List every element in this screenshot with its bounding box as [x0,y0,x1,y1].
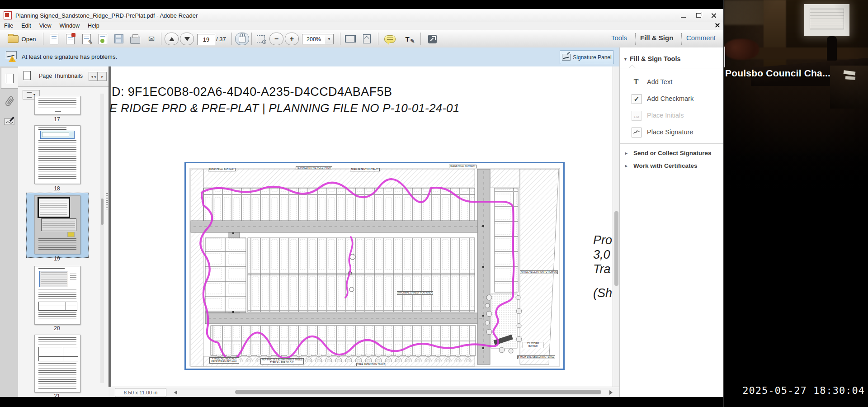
doc-heading-file: E RIDGE PRD & PRE-PLAT | PLANNING FILE N… [109,101,459,115]
menubar-close-icon[interactable] [715,23,720,28]
thumbnails-title: Page Thumbnails [39,73,83,79]
tab-fill-sign[interactable]: Fill & Sign [640,34,673,42]
document-red-tag-icon [66,34,75,44]
expand-panel-button[interactable]: ► [98,72,107,81]
menu-help[interactable]: Help [84,23,104,29]
document-vertical-scrollbar[interactable] [613,66,620,387]
minus-icon: − [274,35,278,43]
next-page-button[interactable] [180,32,194,46]
toolbar: Open ✉ / 37 − + 200% ▼ T Tools Fill & Si… [0,30,723,48]
bottom-letterbox [0,397,723,407]
thumbnail-page-21[interactable] [34,335,80,393]
zoom-out-button[interactable]: − [269,32,283,46]
add-text-item[interactable]: Add Text [620,76,724,89]
thumbnail-page-18[interactable] [34,125,80,184]
rail-signatures-button[interactable] [4,115,15,127]
close-button[interactable] [706,11,722,20]
fill-sign-tools-header[interactable]: Fill & Sign Tools [630,55,681,62]
convert-pdf-button[interactable] [63,32,77,46]
zoom-in-button[interactable]: + [285,32,299,46]
panel-resize-gripper[interactable] [106,193,108,209]
thumbnail-page-19[interactable] [34,195,80,254]
marquee-zoom-icon [257,35,265,43]
menu-window[interactable]: Window [56,23,84,29]
video-timestamp: 2025-05-27 18:30:04 [742,385,865,396]
fullscreen-button[interactable] [425,32,439,46]
zoom-dropdown-button[interactable]: ▼ [325,34,334,44]
highlight-text-icon: T [405,35,409,43]
restore-icon [696,13,701,18]
print-button[interactable] [128,32,142,46]
page-size-indicator: 8.50 x 11.00 in [115,388,166,397]
place-initials-item[interactable]: Place Initials [620,109,724,123]
email-button[interactable]: ✉ [145,32,158,46]
sticky-note-button[interactable] [382,32,397,46]
add-checkmark-icon [632,94,642,104]
options-list-icon [27,92,32,98]
zoom-level-value[interactable]: 200% [302,34,326,44]
close-icon [711,13,717,18]
send-file-button[interactable] [96,32,109,46]
tab-comment[interactable]: Comment [686,34,716,42]
sidebar-scrollbar[interactable] [100,94,104,383]
scroll-left-icon[interactable] [174,390,177,395]
paperclip-icon [5,96,14,106]
navigation-rail [0,66,19,397]
thumbnail-page-20[interactable] [34,266,80,325]
right-arrow-icon: ► [101,75,104,78]
screen: { "window": { "title": "Planning Signed_… [0,0,868,407]
highlight-text-button[interactable]: T [400,32,415,46]
horizontal-scrollbar-thumb[interactable] [235,390,601,394]
plan-label: 25' STORM BUFFER [523,342,543,348]
comment-bubble-icon [384,35,396,43]
open-button[interactable]: Open [4,32,40,46]
sign-document-button[interactable] [80,32,93,46]
save-button[interactable] [112,32,126,46]
hand-tool-button[interactable] [235,32,249,46]
create-pdf-button[interactable] [47,32,61,46]
page-number-input[interactable] [197,34,215,45]
chevron-down-icon: ▼ [327,37,331,41]
restore-button[interactable] [691,11,706,20]
menu-edit[interactable]: Edit [17,23,35,29]
add-checkmark-item[interactable]: Add Checkmark [620,92,724,106]
plan-label: PER PMC 16.1.80.090 STREET TREES TYPE 'A… [260,358,304,364]
double-left-arrow-icon: ◄◄ [90,75,96,78]
fit-page-button[interactable] [360,32,373,46]
page-down-icon [184,37,190,41]
page-up-icon [169,37,175,41]
menu-view[interactable]: View [35,23,56,29]
plan-label: NATIVE VEGETATION TO REMAIN [520,270,558,274]
fit-page-icon [363,34,371,43]
minimize-button[interactable] [675,11,691,20]
sidebar-scrollbar-thumb[interactable] [101,199,104,225]
doc-partial-line: Pro [593,233,613,247]
tab-tools[interactable]: Tools [611,34,627,42]
marquee-zoom-button[interactable] [254,32,268,46]
fit-width-button[interactable] [344,32,357,46]
send-collect-signatures-section[interactable]: ► Send or Collect Signatures [620,149,724,161]
rail-attachments-button[interactable] [4,95,15,110]
thumbnail-label: 17 [48,116,66,123]
menu-bar: File Edit View Window Help [0,22,723,30]
thumbnails-header: Page Thumbnails ◄◄ ► [18,66,108,87]
plan-label: RETAINED NATIVE VEGETATION [296,166,332,170]
council-video-feed: Poulsbo Council Cha... 2025-05-27 18:30:… [723,0,868,407]
page-view-box[interactable] [38,197,70,218]
place-signature-item[interactable]: Place Signature [620,126,724,139]
collapse-panel-button[interactable]: ◄◄ [89,72,98,81]
place-initials-icon [632,111,642,121]
plan-label: PEDESTRIAN PATHWAY [449,165,476,168]
work-with-certificates-section[interactable]: ► Work with Certificates [620,161,724,173]
bottom-fade [724,149,868,194]
menu-file[interactable]: File [0,23,17,29]
scroll-right-icon[interactable] [609,390,613,395]
signature-panel-label: Signature Panel [573,54,611,61]
vertical-scrollbar-thumb[interactable] [614,211,618,286]
top-letterbox [0,0,723,9]
previous-page-button[interactable] [165,32,179,46]
thumbnail-page-17[interactable] [34,96,80,115]
signature-panel-button[interactable]: Signature Panel [560,50,614,64]
rail-page-thumbnails-button[interactable] [1,68,18,89]
envelope-icon: ✉ [148,34,155,44]
